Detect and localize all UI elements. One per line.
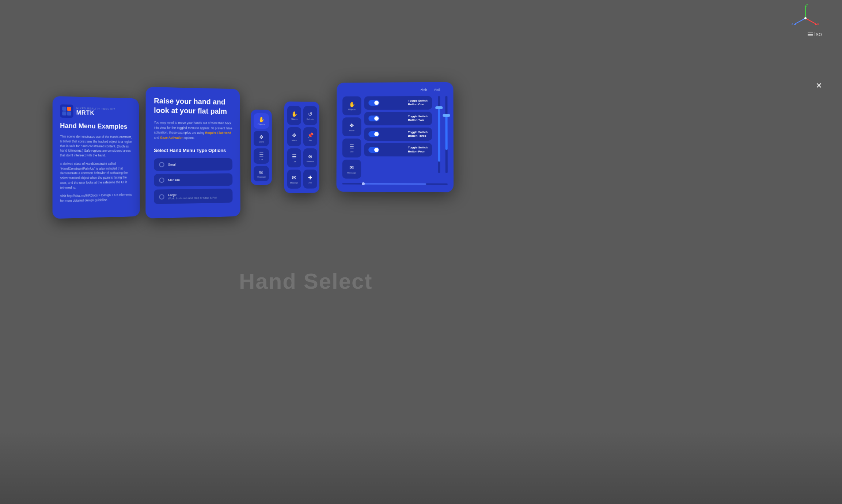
iso-lines-icon [808,33,813,36]
objects-label: Objects [258,123,265,125]
med-item-refresh[interactable]: ↺ Refresh [303,106,317,125]
roll-slider-track[interactable] [445,96,447,173]
med-list-icon: ☰ [292,154,296,159]
radio-large-text: Large World Lock on Hand drop or Grab & … [168,193,217,200]
info-card-heading: Hand Menu Examples [60,122,132,131]
ground-plane [0,431,842,504]
info-card-para2: A derived class of HandConstraint called… [60,162,133,190]
med-pin-icon: 📌 [307,132,313,138]
large-menu-header: Pitch Roll [342,88,447,92]
raise-hand-heading: Raise your hand and look at your flat pa… [154,96,232,116]
message-label: Message [257,176,266,178]
info-card: MIXED REALITY TOOL KIT MRTK Hand Menu Ex… [53,96,140,219]
large-message-icon: ✉ [349,164,354,170]
radio-large[interactable]: Large World Lock on Hand drop or Grab & … [154,189,233,204]
large-objects-icon: ✋ [349,101,355,107]
med-item-move[interactable]: ✥ Move [287,127,301,146]
svg-line-6 [795,18,805,24]
iso-text: Iso [814,31,822,38]
large-item-message[interactable]: ✉ Message [342,160,361,179]
small-menu-item-move[interactable]: ✥ Move [254,131,269,146]
med-refresh-icon: ↺ [308,111,312,117]
large-menu-icons: ✋ Objects ✥ Move ☰ List ✉ Message [342,96,361,179]
roll-slider-fill [445,115,447,150]
med-pin-label: Pin [309,139,312,141]
toggle-switch-4[interactable] [368,147,379,153]
med-item-add[interactable]: ✚ Add [303,170,317,189]
med-message-label: Message [290,182,298,184]
svg-rect-13 [67,111,71,115]
toggle-switch-2[interactable] [368,115,379,121]
logo-text-group: MIXED REALITY TOOL KIT MRTK [76,107,115,117]
pitch-slider-fill [438,107,440,162]
large-item-list[interactable]: ☰ List [342,139,361,158]
small-menu-item-objects[interactable]: ✋ Objects [254,113,269,129]
med-remove-label: Remove [307,160,314,162]
large-list-icon: ☰ [349,143,354,149]
info-card-para1: This scene demonstrates use of the HandC… [60,134,132,158]
highlight-gaze: Gaze Activation [160,136,183,139]
large-menu-card: Pitch Roll ✋ Objects ✥ Move ☰ List ✉ Mes… [336,82,454,193]
large-list-label: List [350,150,353,152]
med-move-label: Move [292,139,296,141]
list-icon: ☰ [259,152,264,158]
svg-rect-12 [62,111,66,115]
roll-slider-thumb[interactable] [443,114,450,117]
toggle-row-3[interactable]: Toggle SwitchButton Three [364,127,432,141]
med-add-label: Add [308,181,312,183]
toggle-row-1[interactable]: Toggle SwitchButton One [364,96,432,110]
toggle-row-2[interactable]: Toggle SwitchButton Two [364,112,432,125]
logo-box [60,104,73,118]
medium-menu-card: ✋ Objects ↺ Refresh ✥ Move 📌 Pin ☰ List … [284,101,319,193]
move-label: Move [259,141,264,143]
large-menu-toggles: Toggle SwitchButton One Toggle SwitchBut… [364,96,432,179]
large-objects-label: Objects [348,108,356,110]
gizmo-svg: y x z [791,4,820,33]
toggle-switch-1[interactable] [368,100,379,106]
radio-medium[interactable]: Medium [154,174,232,187]
select-type-heading: Select Hand Menu Type Options [154,148,232,153]
large-menu-grid: ✋ Objects ✥ Move ☰ List ✉ Message Toggle… [342,96,447,179]
pitch-slider-thumb[interactable] [435,106,443,109]
med-refresh-label: Refresh [307,118,314,120]
toggle-label-1: Toggle SwitchButton One [408,99,428,107]
med-move-icon: ✥ [292,132,296,138]
raise-hand-card: Raise your hand and look at your flat pa… [145,87,240,219]
svg-text:x: x [817,22,819,26]
pitch-slider-track[interactable] [438,96,440,173]
toggle-row-4[interactable]: Toggle SwitchButton Four [364,143,432,156]
med-objects-icon: ✋ [291,111,297,117]
large-message-label: Message [347,171,356,174]
list-label: List [259,158,263,160]
iso-label: Iso [808,31,822,38]
message-icon: ✉ [259,169,263,175]
move-icon: ✥ [259,134,263,140]
svg-rect-11 [67,107,71,111]
med-remove-icon: ⊗ [308,153,312,159]
svg-text:y: y [806,4,808,7]
med-item-objects[interactable]: ✋ Objects [287,106,301,125]
large-item-move[interactable]: ✥ Move [342,117,361,136]
roll-label: Roll [435,88,440,92]
radio-small[interactable]: Small [154,158,232,171]
radio-small-label: Small [168,163,177,167]
close-button[interactable]: × [816,80,822,91]
progress-bar-container [342,183,447,185]
logo-area: MIXED REALITY TOOL KIT MRTK [60,104,132,119]
toggle-label-3: Toggle SwitchButton Three [408,130,428,138]
small-menu-item-list[interactable]: ☰ List [254,148,269,164]
med-item-pin[interactable]: 📌 Pin [303,127,317,146]
med-item-list[interactable]: ☰ List [287,148,301,167]
hand-select-text: Hand Select [239,269,372,294]
radio-medium-label: Medium [168,178,180,182]
toggle-switch-3[interactable] [368,131,379,137]
svg-text:z: z [792,22,793,26]
large-item-objects[interactable]: ✋ Objects [342,96,361,115]
med-item-message[interactable]: ✉ Message [287,170,301,189]
progress-handle[interactable] [362,182,365,185]
radio-circle-medium [159,178,164,183]
svg-line-3 [805,18,816,24]
small-menu-item-message[interactable]: ✉ Message [254,166,269,181]
radio-circle-large [159,194,164,199]
med-item-remove[interactable]: ⊗ Remove [303,148,317,167]
